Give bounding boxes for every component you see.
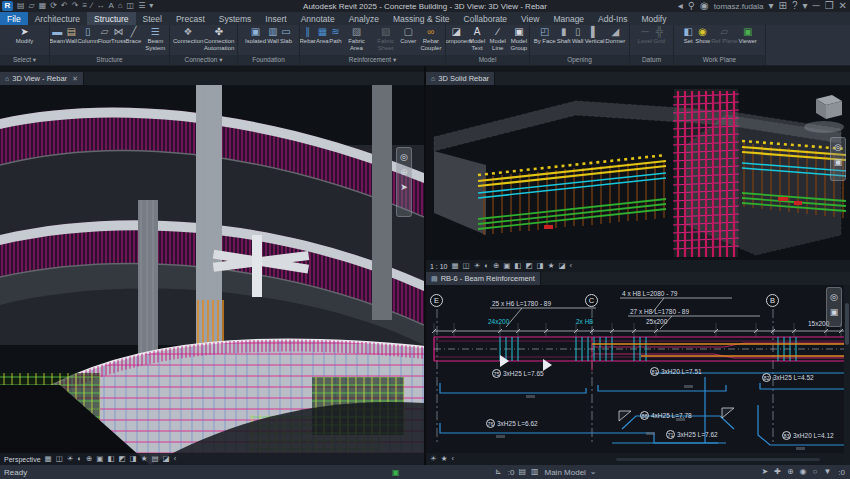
- collapse-icon[interactable]: ‹: [174, 454, 177, 464]
- tab-steel[interactable]: Steel: [136, 12, 169, 25]
- zoom-icon[interactable]: ▣: [830, 307, 839, 317]
- active-workset[interactable]: Main Model: [544, 468, 586, 477]
- help-caret[interactable]: ▾: [803, 0, 808, 12]
- vertical-opening-button[interactable]: ▌Vertical: [585, 26, 605, 45]
- vertical-scrollbar[interactable]: [844, 285, 850, 465]
- restore-button[interactable]: ❐: [825, 0, 834, 12]
- detail-level-icon[interactable]: ▦: [45, 454, 52, 464]
- ref-plane-button[interactable]: ▱Ref Plane: [711, 26, 737, 45]
- tab-3d-view-rebar[interactable]: ⌂ 3D View - Rebar ✕: [0, 72, 84, 85]
- panel-label-foundation[interactable]: Foundation: [238, 55, 299, 65]
- orbit-icon[interactable]: ▣: [834, 157, 843, 167]
- fabric-area-button[interactable]: ▨Fabric Area: [342, 26, 370, 51]
- area-rebar-button[interactable]: ▦Area: [316, 26, 328, 45]
- wall-opening-button[interactable]: ▯Wall: [572, 26, 584, 45]
- default-3d-view-icon[interactable]: ⌂: [118, 1, 123, 11]
- panel-label-select[interactable]: Select ▾: [0, 55, 49, 65]
- reveal-hidden-icon[interactable]: ★: [141, 454, 148, 464]
- workset-icon[interactable]: ▤: [518, 467, 527, 477]
- store-icon[interactable]: ⊞: [779, 0, 787, 12]
- help-icon[interactable]: ?: [792, 0, 798, 12]
- brace-button[interactable]: ╱Brace: [126, 26, 140, 45]
- worksharing-display-icon[interactable]: ◪: [558, 261, 565, 271]
- close-view-icon[interactable]: ✕: [72, 75, 78, 83]
- cover-button[interactable]: ▢Cover: [401, 26, 416, 45]
- tab-structure[interactable]: Structure: [87, 12, 136, 25]
- lock-3d-view-icon[interactable]: ◩: [119, 454, 126, 464]
- status-green-icon[interactable]: ▣: [392, 468, 400, 477]
- tab-modify[interactable]: Modify: [634, 12, 673, 25]
- tab-rb6-beam-reinforcement[interactable]: ▤ RB-6 - Beam Reinforcement: [426, 272, 541, 285]
- crop-region-icon[interactable]: ◧: [107, 454, 114, 464]
- collapse-icon[interactable]: ‹: [451, 454, 454, 464]
- section-icon[interactable]: ◫: [127, 1, 135, 11]
- tab-annotate[interactable]: Annotate: [294, 12, 342, 25]
- opening-by-face-button[interactable]: ◰By Face: [534, 26, 556, 45]
- drag-on-selection-icon[interactable]: ○: [813, 467, 819, 477]
- panel-label-opening[interactable]: Opening: [530, 55, 629, 65]
- select-links-icon[interactable]: ➤: [761, 467, 769, 477]
- tab-file[interactable]: File: [0, 12, 28, 25]
- design-options-count[interactable]: :0: [507, 468, 515, 477]
- temporary-hide-icon[interactable]: ◨: [130, 454, 137, 464]
- select-underlay-icon[interactable]: ✚: [774, 467, 782, 477]
- fabric-sheet-button[interactable]: ▧Fabric Sheet: [372, 26, 400, 51]
- panel-label-connection[interactable]: Connection ▾: [170, 55, 237, 65]
- steering-wheel-icon[interactable]: ◎: [830, 292, 838, 302]
- collapse-icon[interactable]: ‹: [569, 261, 572, 271]
- set-work-plane-button[interactable]: ◧Set: [682, 26, 694, 45]
- filter-icon[interactable]: ▼: [823, 467, 832, 477]
- tab-architecture[interactable]: Architecture: [28, 12, 87, 25]
- beam-system-button[interactable]: ☰Beam System: [142, 26, 169, 51]
- crop-view-icon[interactable]: ▣: [503, 261, 510, 271]
- minimize-button[interactable]: ─: [813, 0, 820, 12]
- slab-foundation-button[interactable]: ▭Slab: [280, 26, 292, 45]
- truss-button[interactable]: ⋈Truss: [112, 26, 126, 45]
- scale-label[interactable]: 1 : 10: [430, 263, 448, 270]
- temporary-hide-icon[interactable]: ◨: [537, 261, 544, 271]
- tab-add-ins[interactable]: Add-Ins: [591, 12, 634, 25]
- file-menu-icon[interactable]: ▤: [17, 1, 25, 11]
- render-icon[interactable]: ⊕: [86, 454, 92, 464]
- save-icon[interactable]: ▦: [39, 1, 47, 11]
- wall-button[interactable]: ▤Wall: [65, 26, 77, 45]
- modify-button[interactable]: ➤Modify: [16, 26, 34, 45]
- connection-button[interactable]: ❖Connection: [173, 26, 203, 45]
- rebar-coupler-button[interactable]: ∞Rebar Coupler: [417, 26, 445, 51]
- shadows-icon[interactable]: ◐: [484, 261, 489, 271]
- temporary-view-properties-icon[interactable]: ▤: [151, 454, 158, 464]
- path-rebar-button[interactable]: ≋Path: [329, 26, 341, 45]
- workset-gray-icon[interactable]: ▥: [531, 467, 540, 477]
- level-button[interactable]: ─Level: [638, 26, 652, 45]
- open-icon[interactable]: ▱: [29, 1, 35, 11]
- tab-manage[interactable]: Manage: [546, 12, 591, 25]
- selection-count[interactable]: :0: [837, 468, 845, 477]
- revit-logo[interactable]: R: [2, 1, 13, 11]
- solid-rebar-canvas[interactable]: ◎▣ 1 : 10 ▦◫☀◐⊕▣◧◩◨★◪‹: [426, 85, 850, 272]
- rebar-button[interactable]: ∥Rebar: [300, 26, 315, 45]
- design-options-icon[interactable]: ⊾: [495, 467, 503, 477]
- detail-level-icon[interactable]: ▦: [452, 261, 459, 271]
- sun-path-icon[interactable]: ☀: [430, 454, 437, 464]
- select-pinned-icon[interactable]: ⊕: [787, 467, 795, 477]
- user-icon[interactable]: ◉: [700, 0, 709, 12]
- component-button[interactable]: ◪Component: [446, 26, 466, 45]
- shadows-icon[interactable]: ◐: [78, 454, 83, 464]
- steering-wheel-icon[interactable]: ◎: [834, 142, 842, 152]
- steering-wheel-icon[interactable]: ◎: [400, 152, 408, 162]
- grid-button[interactable]: ╬Grid: [653, 26, 665, 45]
- search-icon[interactable]: ⚲: [688, 0, 695, 12]
- wall-foundation-button[interactable]: ▥Wall: [267, 26, 279, 45]
- customize-qat-caret[interactable]: ▾: [149, 1, 153, 11]
- dormer-button[interactable]: ◢Dormer: [605, 26, 625, 45]
- pan-icon[interactable]: ➤: [400, 182, 408, 192]
- back-icon[interactable]: ◂: [678, 0, 683, 12]
- user-caret[interactable]: ▾: [769, 0, 774, 12]
- tab-view[interactable]: View: [514, 12, 546, 25]
- crop-view-icon[interactable]: ▣: [96, 454, 103, 464]
- show-work-plane-button[interactable]: ◉Show: [695, 26, 710, 45]
- text-icon[interactable]: A: [108, 1, 113, 11]
- undo-icon[interactable]: ↶: [61, 1, 68, 11]
- left-3d-canvas[interactable]: ◎⊕➤ Perspective ▦◫☀◐⊕▣◧◩◨★▤◪‹: [0, 85, 424, 465]
- reveal-hidden-icon[interactable]: ★: [548, 261, 555, 271]
